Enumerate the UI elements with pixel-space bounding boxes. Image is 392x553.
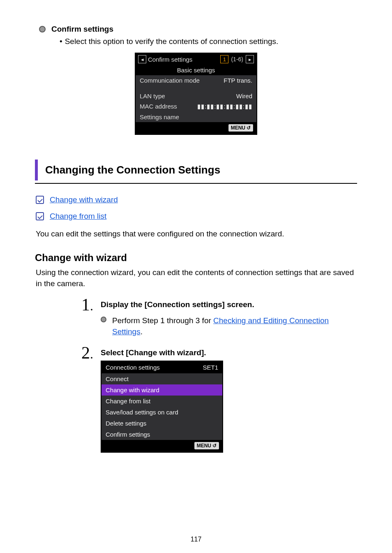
cam1-section-title: Basic settings [136, 65, 256, 75]
cam1-title: Confirm settings [148, 56, 220, 63]
step-1-bullet: Perform Step 1 through 3 for Checking an… [101, 315, 357, 338]
return-icon: ↺ [247, 125, 251, 131]
step-1-num-value: 1 [81, 295, 90, 314]
wizard-paragraph: Using the connection wizard, you can edi… [36, 267, 357, 289]
cam1-menu-label: MENU [231, 125, 245, 131]
intro-paragraph: You can edit the settings that were conf… [36, 228, 357, 240]
link-row-change-with-wizard: Change with wizard [36, 195, 357, 204]
cam1-settingsname-label: Settings name [140, 113, 179, 120]
bullet-icon [101, 317, 106, 322]
step-1-bullet-tail: . [141, 327, 143, 336]
cam2-row-change-from-list[interactable]: Change from list [101, 396, 222, 407]
step-1-number: 1. [76, 296, 93, 338]
confirm-settings-title: Confirm settings [51, 25, 113, 34]
section-heading-changing-connection-settings: Changing the Connection Settings [35, 160, 357, 180]
camera-connection-settings-screen: Connection settings SET1 Connect Change … [101, 361, 223, 453]
section-underline [35, 183, 357, 184]
link-change-from-list[interactable]: Change from list [50, 212, 106, 221]
cam2-header: Connection settings SET1 [101, 361, 222, 373]
return-icon: ↺ [212, 443, 217, 449]
check-icon [36, 212, 44, 220]
step-1: 1. Display the [Connection settings] scr… [76, 296, 357, 338]
cam1-commmode-value: FTP trans. [224, 77, 252, 84]
step-2-number: 2. [76, 344, 93, 453]
camera-confirm-settings-screen: ◂ Confirm settings 1 (1-6) ▸ Basic setti… [135, 53, 257, 135]
cam2-row-change-with-wizard[interactable]: Change with wizard [101, 384, 222, 396]
subheading-change-with-wizard: Change with wizard [35, 252, 357, 264]
step-2-num-dot: . [90, 347, 93, 361]
confirm-settings-desc-row: • Select this option to verify the conte… [60, 37, 357, 46]
bullet-icon [39, 26, 46, 32]
step-1-num-dot: . [90, 298, 93, 313]
cam2-row-save-load-card[interactable]: Save/load settings on card [101, 407, 222, 418]
cam1-row-communication-mode: Communication mode FTP trans. [136, 75, 256, 91]
step-2-num-value: 2 [81, 343, 90, 362]
cam1-lan-value: Wired [236, 93, 252, 99]
cam1-prev-icon[interactable]: ◂ [138, 55, 146, 63]
cam1-row-lan-type: LAN type Wired [136, 91, 256, 101]
cam1-commmode-label: Communication mode [140, 77, 200, 84]
cam1-next-icon[interactable]: ▸ [246, 55, 254, 63]
link-change-with-wizard[interactable]: Change with wizard [50, 195, 118, 204]
cam1-row-settings-name: Settings name [136, 112, 256, 122]
cam2-menu-button[interactable]: MENU ↺ [194, 442, 219, 449]
cam2-footer: MENU ↺ [101, 440, 222, 452]
step-1-bullet-lead: Perform Step 1 through 3 for [112, 316, 213, 325]
cam1-footer: MENU ↺ [136, 122, 256, 134]
link-row-change-from-list: Change from list [36, 212, 357, 221]
cam2-row-delete-settings[interactable]: Delete settings [101, 418, 222, 429]
cam2-menu-label: MENU [197, 443, 211, 449]
cam2-header-left: Connection settings [106, 364, 160, 371]
confirm-settings-heading-row: Confirm settings [39, 25, 357, 34]
check-icon [36, 196, 44, 204]
step-1-title: Display the [Connection settings] screen… [101, 300, 357, 309]
cam1-menu-button[interactable]: MENU ↺ [228, 124, 253, 132]
page-number: 117 [0, 536, 392, 543]
confirm-settings-desc: Select this option to verify the content… [65, 37, 279, 46]
cam1-page-number-box: 1 [220, 55, 228, 63]
cam1-page-total: (1-6) [231, 56, 243, 62]
cam1-row-mac: MAC address ▮▮:▮▮:▮▮:▮▮:▮▮:▮▮ [136, 101, 256, 112]
sub-bullet-dot: • [60, 37, 62, 46]
cam1-mac-label: MAC address [140, 103, 177, 110]
cam1-mac-value: ▮▮:▮▮:▮▮:▮▮:▮▮:▮▮ [197, 103, 252, 110]
cam2-row-connect[interactable]: Connect [101, 373, 222, 384]
cam2-row-confirm-settings[interactable]: Confirm settings [101, 429, 222, 440]
cam2-header-right: SET1 [203, 364, 218, 371]
step-2-title: Select [Change with wizard]. [101, 348, 357, 357]
cam1-lan-label: LAN type [140, 93, 165, 99]
cam1-header: ◂ Confirm settings 1 (1-6) ▸ [136, 53, 256, 65]
step-1-bullet-text: Perform Step 1 through 3 for Checking an… [112, 315, 357, 338]
step-2: 2. Select [Change with wizard]. Connecti… [76, 344, 357, 453]
